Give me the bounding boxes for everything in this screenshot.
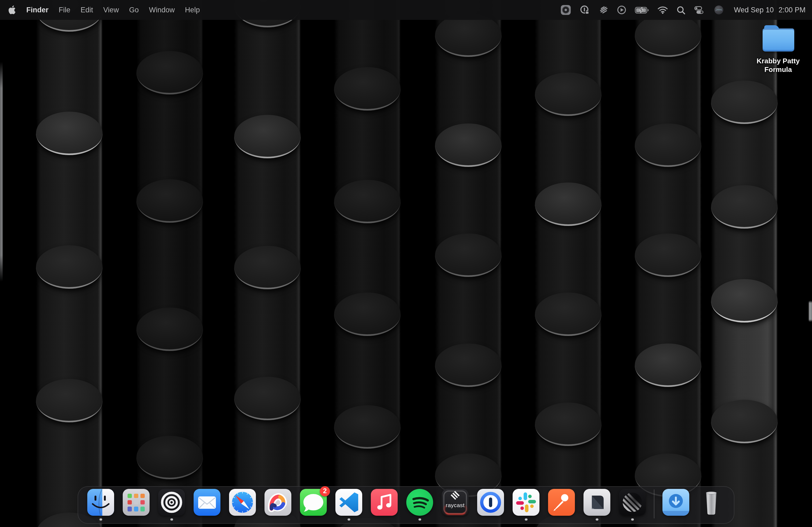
- wallpaper-cylinder-cap: [711, 185, 778, 229]
- arc-browser-icon: [264, 489, 291, 516]
- wallpaper-cylinder-cap: [711, 400, 778, 443]
- dock-item-bullseye[interactable]: [158, 488, 185, 523]
- spoked-wheel-icon[interactable]: [560, 4, 571, 16]
- menu-item-help[interactable]: Help: [185, 6, 200, 14]
- wallpaper-cylinder-cap: [535, 182, 601, 226]
- running-indicator: [171, 518, 173, 521]
- now-playing-icon[interactable]: [616, 5, 626, 15]
- onepassword-lock-icon[interactable]: [579, 4, 590, 15]
- running-indicator: [419, 518, 421, 521]
- striped-sphere-icon: [619, 489, 646, 516]
- wallpaper-cylinder-column: [136, 0, 203, 527]
- postman-astronaut-icon: [548, 489, 575, 516]
- screen: FinderFileEditViewGoWindowHelp Wed Sep 1…: [0, 0, 812, 527]
- wallpaper-cylinder-cap: [136, 179, 203, 223]
- wallpaper-cylinder-cap: [234, 115, 301, 158]
- apple-menu-icon[interactable]: [9, 5, 16, 15]
- battery-charging-icon[interactable]: [635, 6, 649, 14]
- wallpaper-cylinder-cap: [36, 245, 103, 289]
- dock-item-music[interactable]: [371, 488, 398, 523]
- running-indicator: [631, 518, 634, 521]
- dock-item-postman[interactable]: [548, 488, 575, 523]
- dock-item-spotify[interactable]: [406, 488, 433, 523]
- dock-item-cube[interactable]: [583, 488, 610, 523]
- trash-can-icon: [698, 488, 725, 516]
- wallpaper-cylinder-cap: [535, 292, 601, 336]
- desktop-folder-krabby-patty-formula[interactable]: Krabby Patty Formula: [744, 25, 812, 74]
- running-indicator: [525, 518, 527, 521]
- menu-bar: FinderFileEditViewGoWindowHelp Wed Sep 1…: [0, 0, 812, 20]
- wallpaper-cylinder-cap: [36, 111, 103, 155]
- wallpaper-cylinder-cap: [635, 234, 701, 277]
- running-indicator: [100, 518, 102, 521]
- dock-item-arc[interactable]: [264, 488, 291, 523]
- slack-pinwheel-icon: [512, 489, 539, 516]
- menu-bar-clock[interactable]: Wed Sep 10 2:00 PM: [734, 6, 806, 14]
- clock-date: Wed Sep 10: [734, 6, 773, 14]
- downloads-folder-icon: [663, 489, 689, 516]
- wallpaper-cylinder-cap: [435, 234, 502, 277]
- wallpaper-cylinder-cap: [334, 292, 401, 336]
- wallpaper-cylinder-cap: [435, 123, 502, 167]
- wallpaper-cylinder-column: [334, 0, 401, 527]
- dock-item-slack[interactable]: [512, 488, 539, 523]
- striped-badge-icon[interactable]: [598, 5, 608, 15]
- control-center-icon[interactable]: [694, 6, 705, 14]
- wallpaper-cylinder-cap: [435, 344, 502, 387]
- spotlight-search-icon[interactable]: [676, 5, 685, 15]
- wallpaper-cylinder-cap: [136, 51, 203, 94]
- running-indicator: [348, 518, 350, 521]
- menu-item-go[interactable]: Go: [129, 6, 139, 14]
- dock-item-onepassword[interactable]: [477, 488, 504, 523]
- safari-compass-icon: [229, 489, 256, 516]
- menu-bar-right: Wed Sep 10 2:00 PM: [560, 4, 806, 16]
- dock-item-raycast[interactable]: raycast: [442, 488, 468, 523]
- finder-icon: [87, 489, 114, 516]
- menu-item-edit[interactable]: Edit: [81, 6, 93, 14]
- status-icons: [560, 4, 724, 16]
- wallpaper-cylinder-cap: [334, 405, 401, 449]
- wallpaper-cylinder-cap: [136, 436, 203, 479]
- concentric-circles-icon: [158, 489, 185, 516]
- music-note-icon: [371, 489, 398, 516]
- dock-item-trash[interactable]: [698, 488, 725, 523]
- dock: 2raycast: [77, 486, 735, 524]
- running-indicator: [596, 518, 598, 521]
- dock-item-sphere[interactable]: [619, 488, 646, 523]
- dock-item-safari[interactable]: [229, 488, 256, 523]
- wallpaper-cylinder-cap: [136, 307, 203, 351]
- menu-item-view[interactable]: View: [103, 6, 119, 14]
- dark-sphere-icon[interactable]: [713, 4, 724, 16]
- wallpaper-left-edge-sliver: [0, 62, 3, 282]
- dock-item-downloads[interactable]: [663, 488, 689, 523]
- wifi-icon[interactable]: [657, 6, 668, 14]
- dock-item-launchpad[interactable]: [123, 488, 149, 523]
- dock-item-vscode[interactable]: [335, 488, 362, 523]
- wallpaper-cylinder-cap: [334, 180, 401, 223]
- raycast-icon: raycast: [442, 489, 468, 516]
- wallpaper-cylinder-column: [435, 0, 502, 527]
- menu-item-finder[interactable]: Finder: [26, 6, 48, 14]
- menu-bar-left: FinderFileEditViewGoWindowHelp: [9, 5, 200, 15]
- wallpaper-cylinder-cap: [635, 123, 701, 167]
- menu-item-file[interactable]: File: [59, 6, 71, 14]
- wallpaper-cylinder-cap: [635, 13, 701, 57]
- dock-items: 2raycast: [83, 488, 729, 523]
- app-menus: FinderFileEditViewGoWindowHelp: [26, 6, 200, 14]
- dock-item-finder[interactable]: [87, 488, 114, 523]
- wallpaper-cylinder-cap: [234, 377, 301, 420]
- dock-item-mail[interactable]: [193, 488, 220, 523]
- wallpaper-cylinder-cap: [334, 67, 401, 110]
- wallpaper-cylinder-column: [36, 0, 103, 527]
- wallpaper-cylinder-column: [535, 0, 601, 527]
- mail-icon: [193, 489, 220, 516]
- wallpaper-cylinder-cap: [711, 80, 778, 124]
- menu-item-window[interactable]: Window: [149, 6, 175, 14]
- dock-item-messages[interactable]: 2: [300, 488, 327, 523]
- wallpaper-cylinder-cap: [535, 73, 601, 116]
- clock-time: 2:00 PM: [779, 6, 806, 14]
- onepassword-keyhole-icon: [477, 489, 504, 516]
- wallpaper-cylinder-cap: [711, 279, 778, 322]
- wallpaper-cylinder-cap: [234, 246, 301, 289]
- raycast-icon-label: raycast: [442, 501, 468, 508]
